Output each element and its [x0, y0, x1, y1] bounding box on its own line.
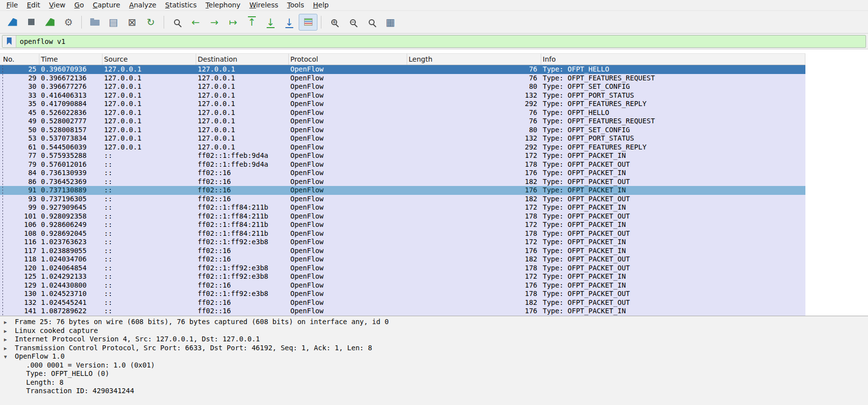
resize-columns-button[interactable]: ▦	[381, 14, 400, 31]
menu-help[interactable]: Help	[309, 0, 333, 11]
detail-line[interactable]: ▸Linux cooked capture	[0, 327, 868, 335]
filter-bookmark-button[interactable]	[2, 36, 16, 47]
column-header-info[interactable]: Info	[541, 54, 805, 65]
close-capture-file-button[interactable]: ⊠	[123, 14, 141, 31]
packet-row-120[interactable]: 1201.024064854::ff02::1:ff92:e3b8OpenFlo…	[0, 264, 805, 273]
cell-length: 178	[407, 229, 541, 238]
cell-info: Type: OFPT_PACKET_IN	[541, 272, 805, 281]
cell-length: 178	[407, 290, 541, 298]
menu-statistics[interactable]: Statistics	[161, 0, 201, 11]
zoom-in-button[interactable]: +	[325, 14, 344, 31]
detail-line[interactable]: ▸Internet Protocol Version 4, Src: 127.0…	[0, 335, 868, 344]
cell-time: 1.087289622	[39, 307, 103, 316]
menu-wireless[interactable]: Wireless	[245, 0, 283, 11]
start-capture-button[interactable]	[3, 14, 22, 31]
go-last-packet-button[interactable]: ↓	[261, 14, 280, 31]
packet-row-79[interactable]: 790.576012016::ff02::1:ffeb:9d4aOpenFlow…	[0, 160, 805, 169]
packet-row-99[interactable]: 990.927909645::ff02::1:ff84:211bOpenFlow…	[0, 203, 805, 212]
colorize-packets-button[interactable]	[299, 14, 317, 31]
packet-row-93[interactable]: 930.737196305::ff02::16OpenFlow182Type: …	[0, 195, 805, 204]
detail-line[interactable]: ▾OpenFlow 1.0	[0, 352, 868, 361]
packet-row-125[interactable]: 1251.024292133::ff02::1:ff92:e3b8OpenFlo…	[0, 272, 805, 281]
detail-line[interactable]: Type: OFPT_HELLO (0)	[0, 369, 868, 378]
column-header-time[interactable]: Time	[39, 54, 103, 65]
detail-line[interactable]: Length: 8	[0, 378, 868, 387]
cell-time: 0.528008157	[39, 126, 103, 135]
packet-row-141[interactable]: 1411.087289622::ff02::16OpenFlow176Type:…	[0, 307, 805, 316]
menu-edit[interactable]: Edit	[22, 0, 44, 11]
cell-source: ::	[103, 195, 196, 204]
collapsed-arrow-icon[interactable]: ▸	[4, 327, 15, 336]
find-packet-button[interactable]	[168, 14, 186, 31]
zoom-out-button[interactable]: −	[344, 14, 362, 31]
collapsed-arrow-icon[interactable]: ▸	[4, 335, 15, 344]
cell-protocol: OpenFlow	[289, 272, 407, 281]
packet-row-108[interactable]: 1080.928692045::ff02::1:ff84:211bOpenFlo…	[0, 229, 805, 238]
packet-row-33[interactable]: 330.416406313127.0.0.1127.0.0.1OpenFlow1…	[0, 91, 805, 100]
go-forward-button[interactable]: →	[205, 14, 224, 31]
cell-protocol: OpenFlow	[289, 151, 407, 160]
column-header-length[interactable]: Length	[407, 54, 541, 65]
menu-view[interactable]: View	[45, 0, 70, 11]
packet-row-130[interactable]: 1301.024523710::ff02::1:ff92:e3b8OpenFlo…	[0, 290, 805, 298]
packet-row-106[interactable]: 1060.928606249::ff02::1:ff84:211bOpenFlo…	[0, 221, 805, 229]
go-to-packet-button[interactable]: ↦	[224, 14, 243, 31]
column-header-no[interactable]: No.	[0, 54, 39, 65]
column-header-destination[interactable]: Destination	[196, 54, 289, 65]
menu-analyze[interactable]: Analyze	[125, 0, 161, 11]
menu-tools[interactable]: Tools	[283, 0, 309, 11]
menu-telephony[interactable]: Telephony	[201, 0, 245, 11]
column-header-protocol[interactable]: Protocol	[289, 54, 407, 65]
display-filter-input[interactable]	[16, 36, 866, 47]
packet-row-25[interactable]: 250.396070936127.0.0.1127.0.0.1OpenFlow7…	[0, 65, 805, 74]
menu-capture[interactable]: Capture	[88, 0, 125, 11]
reload-capture-file-button[interactable]: ↻	[141, 14, 160, 31]
packet-row-117[interactable]: 1171.023889055::ff02::16OpenFlow176Type:…	[0, 247, 805, 256]
packet-details-pane: ▸Frame 25: 76 bytes on wire (608 bits), …	[0, 316, 868, 405]
stop-capture-icon	[28, 19, 35, 25]
collapsed-arrow-icon[interactable]: ▸	[4, 318, 15, 327]
packet-row-91[interactable]: 910.737130889::ff02::16OpenFlow176Type: …	[0, 186, 805, 195]
cell-length: 172	[407, 238, 541, 247]
packet-row-129[interactable]: 1291.024430800::ff02::16OpenFlow176Type:…	[0, 281, 805, 290]
restart-capture-button[interactable]	[40, 14, 59, 31]
detail-line[interactable]: ▸Transmission Control Protocol, Src Port…	[0, 344, 868, 353]
column-header-source[interactable]: Source	[103, 54, 196, 65]
open-capture-file-button[interactable]	[85, 14, 104, 31]
go-back-button[interactable]: ←	[186, 14, 205, 31]
zoom-original-button[interactable]	[362, 14, 381, 31]
packet-row-49[interactable]: 490.528002777127.0.0.1127.0.0.1OpenFlow7…	[0, 117, 805, 126]
cell-time: 1.023889055	[39, 247, 103, 256]
menu-go[interactable]: Go	[70, 0, 88, 11]
cell-info: Type: OFPT_PACKET_OUT	[541, 212, 805, 221]
collapsed-arrow-icon[interactable]: ▸	[4, 344, 15, 353]
detail-line[interactable]: .000 0001 = Version: 1.0 (0x01)	[0, 361, 868, 370]
cell-length: 182	[407, 298, 541, 307]
packet-row-61[interactable]: 610.544506039127.0.0.1127.0.0.1OpenFlow2…	[0, 143, 805, 152]
packet-row-116[interactable]: 1161.023763623::ff02::1:ff92:e3b8OpenFlo…	[0, 238, 805, 247]
detail-line[interactable]: ▸Frame 25: 76 bytes on wire (608 bits), …	[0, 318, 868, 327]
cell-length: 76	[407, 109, 541, 117]
menu-file[interactable]: File	[2, 0, 22, 11]
cell-source: ::	[103, 212, 196, 221]
auto-scroll-button[interactable]: ↓	[280, 14, 299, 31]
go-first-packet-button[interactable]: ↑	[243, 14, 261, 31]
packet-row-53[interactable]: 530.537073834127.0.0.1127.0.0.1OpenFlow1…	[0, 134, 805, 143]
packet-row-30[interactable]: 300.396677276127.0.0.1127.0.0.1OpenFlow8…	[0, 82, 805, 91]
packet-row-101[interactable]: 1010.928092358::ff02::1:ff84:211bOpenFlo…	[0, 212, 805, 221]
packet-row-50[interactable]: 500.528008157127.0.0.1127.0.0.1OpenFlow8…	[0, 126, 805, 135]
packet-row-29[interactable]: 290.396672136127.0.0.1127.0.0.1OpenFlow7…	[0, 74, 805, 83]
expanded-arrow-icon[interactable]: ▾	[4, 353, 15, 362]
capture-options-button[interactable]: ⚙	[59, 14, 78, 31]
packet-row-45[interactable]: 450.526022836127.0.0.1127.0.0.1OpenFlow7…	[0, 109, 805, 117]
packet-row-118[interactable]: 1181.024034706::ff02::16OpenFlow182Type:…	[0, 255, 805, 264]
stop-capture-button[interactable]	[22, 14, 40, 31]
packet-row-132[interactable]: 1321.024545241::ff02::16OpenFlow182Type:…	[0, 298, 805, 307]
detail-line[interactable]: Transaction ID: 4290341244	[0, 387, 868, 396]
packet-row-77[interactable]: 770.575935288::ff02::1:ffeb:9d4aOpenFlow…	[0, 151, 805, 160]
packet-row-84[interactable]: 840.736130939::ff02::16OpenFlow176Type: …	[0, 169, 805, 178]
cell-info: Type: OFPT_PACKET_IN	[541, 238, 805, 247]
save-capture-file-button[interactable]: ▤	[104, 14, 123, 31]
packet-row-86[interactable]: 860.736452369::ff02::16OpenFlow182Type: …	[0, 178, 805, 186]
packet-row-35[interactable]: 350.417090884127.0.0.1127.0.0.1OpenFlow2…	[0, 100, 805, 109]
